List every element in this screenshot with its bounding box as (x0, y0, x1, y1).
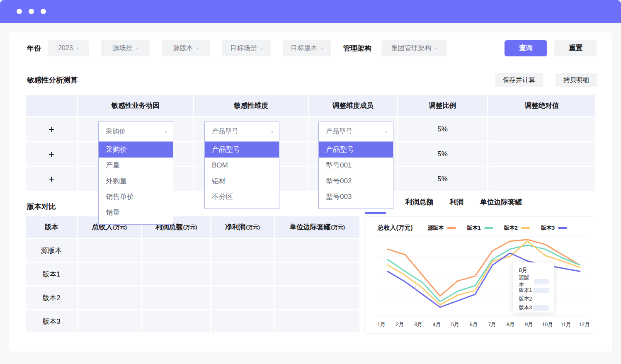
version-value-cell (211, 286, 274, 309)
x-axis-label: 9月 (525, 322, 533, 328)
sens-header-2: 调整维度成员 (309, 95, 397, 116)
dropdown-trigger[interactable]: 产品型号▾ (204, 121, 279, 142)
year-select[interactable]: 2023 ▾ (48, 40, 89, 56)
dropdown-option[interactable]: 产品型号 (205, 142, 279, 158)
save-and-calculate-button[interactable]: 保存并计算 (495, 73, 543, 87)
legend-item-3[interactable]: 版本3 (541, 224, 567, 232)
window-control-dot[interactable] (17, 9, 22, 14)
tooltip-value-pill (533, 305, 549, 311)
version-row-label: 源版本 (26, 239, 77, 262)
chevron-down-icon: ▾ (271, 129, 273, 134)
x-axis-label: 7月 (488, 322, 496, 328)
dropdown-option[interactable]: 型号001 (319, 158, 393, 173)
version-value-cell (78, 263, 141, 285)
tab-label: 利润总额 (405, 197, 433, 207)
tab-2[interactable]: 利润 (449, 197, 463, 207)
filter-select-label: 目标场景 (230, 44, 257, 53)
dropdown-selected-value: 采购价 (106, 127, 165, 136)
dropdown-option[interactable]: 外购量 (99, 173, 173, 189)
dropdown-options: 采购价产量外购量销售单价销量 (98, 141, 173, 225)
add-row-button[interactable]: + (26, 142, 77, 166)
legend-swatch (558, 227, 567, 229)
dropdown-option[interactable]: 产品型号 (319, 142, 393, 158)
dropdown-option[interactable]: 销售单价 (99, 189, 173, 205)
chevron-down-icon: ▾ (385, 129, 387, 134)
x-axis-label: 11月 (561, 322, 571, 328)
window-control-dot[interactable] (41, 9, 46, 14)
chevron-down-icon: ▾ (136, 46, 138, 51)
query-button[interactable]: 查询 (505, 40, 547, 56)
dropdown-option[interactable]: 产量 (99, 158, 173, 173)
add-row-button[interactable]: + (26, 167, 77, 191)
dropdown-option[interactable]: 采购价 (99, 142, 173, 158)
driver-dropdown-2: 产品型号▾产品型号型号001型号002型号003 (318, 121, 393, 142)
year-select-value: 2023 (58, 44, 73, 52)
reset-button[interactable]: 重置 (554, 40, 597, 56)
dropdown-selected-value: 产品型号 (212, 127, 271, 136)
version-row-label: 版本1 (26, 263, 77, 285)
sens-cell (488, 142, 595, 166)
filter-select-3[interactable]: 目标版本▾ (283, 40, 331, 56)
x-axis-label: 4月 (433, 322, 441, 328)
header-label: 版本 (45, 223, 58, 232)
version-value-cell (142, 263, 210, 285)
chevron-down-icon: ▾ (77, 46, 79, 51)
tab-1[interactable]: 利润总额 (405, 197, 433, 207)
version-value-cell (78, 239, 141, 262)
sensitivity-table: 敏感性业务动因敏感性维度调整维度成员调整比例调整绝对值+5%+5%+5% 采购价… (26, 95, 595, 191)
ratio-cell: 5% (398, 142, 487, 166)
legend-swatch (484, 227, 493, 229)
x-axis-label: 12月 (579, 322, 590, 328)
tab-3[interactable]: 单位边际套罐 (480, 197, 522, 207)
filter-select-2[interactable]: 目标场景▾ (222, 40, 271, 56)
chart-legend: 源版本版本1版本2版本3 (427, 224, 578, 232)
tooltip-series-label: 版本3 (519, 304, 532, 311)
header-label: 净利润 (225, 223, 246, 232)
dropdown-trigger[interactable]: 产品型号▾ (318, 121, 393, 142)
dropdown-option[interactable]: BOM (205, 158, 279, 173)
mgmt-structure-select[interactable]: 集团管理架构 ▾ (381, 40, 447, 56)
dropdown-trigger[interactable]: 采购价▾ (98, 121, 173, 142)
chevron-down-icon: ▾ (435, 46, 437, 51)
ratio-cell: 5% (398, 167, 487, 191)
sensitivity-title: 敏感性分析测算 (27, 75, 78, 85)
dropdown-option[interactable]: 销量 (99, 205, 173, 221)
tooltip-row-2: 版本2 (519, 295, 549, 303)
header-unit: (万元) (183, 224, 197, 231)
x-axis-label: 3月 (415, 322, 422, 328)
version-header-3: 净利润(万元) (211, 216, 274, 238)
version-value-cell (142, 310, 210, 332)
tooltip-series-label: 版本2 (519, 296, 532, 303)
legend-item-2[interactable]: 版本2 (504, 224, 530, 232)
chevron-down-icon: ▾ (260, 46, 262, 51)
filter-select-1[interactable]: 源版本▾ (162, 40, 210, 56)
dropdown-option[interactable]: 铝材 (205, 173, 279, 189)
filter-select-label: 目标版本 (291, 44, 317, 53)
add-row-button[interactable]: + (26, 117, 77, 141)
dropdown-option[interactable]: 型号002 (319, 173, 393, 189)
dropdown-option[interactable]: 不分区 (205, 189, 279, 205)
driver-dropdown-0: 采购价▾采购价产量外购量销售单价销量 (98, 121, 173, 142)
filter-select-0[interactable]: 源场景▾ (101, 40, 150, 56)
copy-detail-button[interactable]: 拷贝明细 (556, 73, 597, 87)
legend-label: 版本3 (541, 224, 555, 232)
version-value-cell (211, 310, 274, 332)
version-value-cell (275, 286, 359, 309)
header-unit: (万元) (331, 224, 345, 231)
tooltip-month: 8月 (519, 267, 549, 274)
dropdown-options: 产品型号型号001型号002型号003 (318, 141, 393, 209)
version-value-cell (142, 286, 210, 309)
chart-tooltip: 8月 源版本版本1版本2版本3 (513, 262, 554, 313)
legend-item-0[interactable]: 源版本 (427, 224, 456, 232)
tooltip-row-1: 版本1 (519, 286, 549, 294)
mgmt-structure-value: 集团管理架构 (391, 44, 431, 53)
mgmt-structure-label: 管理架构 (343, 44, 371, 53)
window-control-dot[interactable] (29, 9, 34, 14)
version-value-cell (78, 310, 141, 332)
legend-item-1[interactable]: 版本1 (467, 224, 493, 232)
header-unit: (万元) (113, 224, 127, 231)
version-header-0: 版本 (26, 216, 77, 238)
dropdown-option[interactable]: 型号003 (319, 189, 393, 205)
version-value-cell (78, 286, 141, 309)
x-axis-label: 6月 (470, 322, 478, 328)
